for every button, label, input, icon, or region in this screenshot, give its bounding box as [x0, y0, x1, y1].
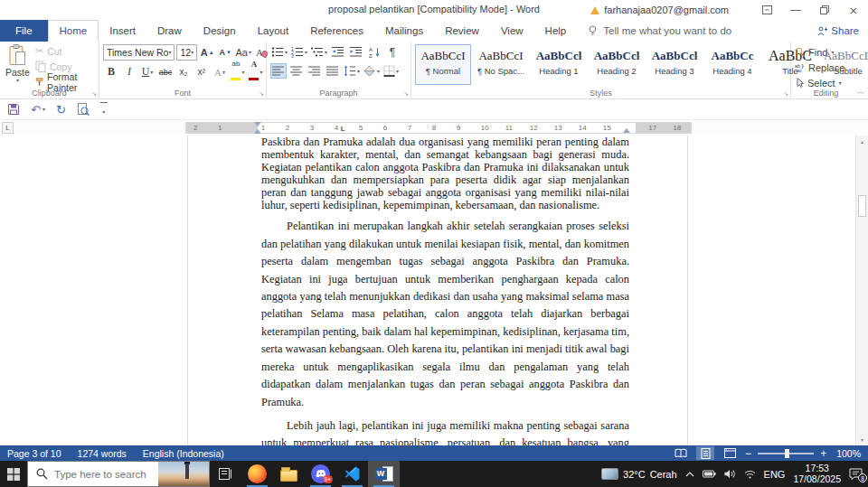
taskbar-search[interactable] — [27, 461, 210, 487]
decrease-indent-button[interactable] — [330, 44, 346, 60]
share-button[interactable]: Share — [817, 20, 859, 42]
action-center-button[interactable]: 8 — [849, 468, 863, 480]
customize-qat-button[interactable]: ▾ — [100, 102, 108, 117]
select-button[interactable]: Select▾ — [795, 76, 857, 89]
tab-insert[interactable]: Insert — [99, 20, 146, 42]
taskbar-file-explorer[interactable] — [273, 461, 305, 487]
print-layout-button[interactable] — [696, 446, 714, 460]
justify-button[interactable] — [325, 63, 341, 79]
tab-review[interactable]: Review — [434, 20, 490, 42]
search-input[interactable] — [54, 469, 152, 480]
tab-file[interactable]: File — [0, 20, 48, 42]
zoom-level[interactable]: 100% — [836, 448, 861, 459]
battery-icon[interactable] — [703, 470, 716, 478]
text-highlight-button[interactable]: ab▾ — [230, 64, 246, 80]
font-color-button[interactable]: A▾ — [248, 64, 264, 80]
minimize-button[interactable]: — — [781, 0, 810, 20]
tab-stop-marker[interactable]: L — [341, 126, 345, 133]
task-view-button[interactable] — [210, 461, 241, 487]
tab-layout[interactable]: Layout — [247, 20, 300, 42]
find-button[interactable]: Find▾ — [795, 45, 857, 59]
shrink-font-button[interactable]: A▼ — [217, 45, 233, 61]
taskbar-firefox[interactable] — [241, 461, 273, 487]
replace-button[interactable]: abac Replace — [795, 61, 857, 74]
input-language-indicator[interactable]: ENG — [764, 469, 786, 480]
print-preview-button[interactable] — [77, 103, 90, 116]
tab-view[interactable]: View — [490, 20, 534, 42]
paragraph[interactable]: Lebih jauh lagi, pelantikan ini juga mem… — [261, 417, 629, 445]
style-heading-1[interactable]: AaBbCcl Heading 1 — [531, 44, 587, 85]
text-effects-button[interactable]: A▾ — [212, 64, 228, 80]
tab-draw[interactable]: Draw — [146, 20, 193, 42]
scrollbar-thumb[interactable] — [858, 195, 866, 217]
multilevel-list-button[interactable]: ▾ — [310, 44, 328, 60]
paragraph-dialog-launcher[interactable]: ↘ — [403, 90, 409, 97]
first-line-indent-marker[interactable] — [254, 122, 261, 126]
tab-design[interactable]: Design — [193, 20, 247, 42]
align-left-button[interactable] — [270, 63, 287, 79]
font-dialog-launcher[interactable]: ↘ — [259, 90, 264, 97]
numbering-button[interactable]: 123▾ — [290, 44, 308, 60]
style-heading-2[interactable]: AaBbCcl Heading 2 — [589, 44, 645, 85]
taskbar-discord[interactable]: 9+ — [305, 461, 336, 487]
zoom-out-button[interactable]: − — [745, 449, 751, 458]
font-size-combobox[interactable]: 12▾ — [176, 44, 197, 61]
align-center-button[interactable] — [288, 63, 305, 79]
vertical-scrollbar[interactable]: ▴ ▾ — [855, 136, 868, 445]
horizontal-ruler[interactable]: 21 L 123456789101112131415 1718 — [185, 122, 692, 134]
style-heading-3[interactable]: AaBbCcl Heading 3 — [646, 44, 703, 85]
undo-button[interactable]: ↶▾ — [31, 103, 45, 117]
clipboard-dialog-launcher[interactable]: ↘ — [91, 90, 97, 97]
increase-indent-button[interactable] — [348, 44, 364, 60]
search-daily-image[interactable] — [158, 462, 209, 486]
strikethrough-button[interactable]: abc — [157, 64, 174, 80]
page-indicator[interactable]: Page 3 of 10 — [7, 448, 61, 459]
style-no-spacing[interactable]: AaBbCcI ¶ No Spac... — [473, 44, 529, 85]
word-count[interactable]: 1274 words — [78, 448, 127, 459]
scroll-down-button[interactable]: ▾ — [856, 434, 868, 445]
bold-button[interactable]: B — [103, 64, 119, 80]
paste-button[interactable]: Paste ▾ — [4, 44, 32, 89]
restore-button[interactable] — [810, 0, 839, 20]
underline-button[interactable]: U▾ — [139, 64, 156, 80]
style-normal[interactable]: AaBbCcI ¶ Normal — [415, 44, 471, 85]
cut-button[interactable]: ✂ Cut — [35, 44, 95, 58]
read-mode-button[interactable] — [672, 446, 690, 460]
format-painter-button[interactable]: Format Painter — [35, 75, 95, 89]
tab-references[interactable]: References — [299, 20, 374, 42]
right-indent-marker[interactable] — [623, 128, 630, 133]
superscript-button[interactable]: x² — [193, 64, 210, 80]
tray-expand-chevron-icon[interactable] — [685, 472, 694, 477]
account-button[interactable]: farhanajaa0207@gmail.com — [590, 5, 729, 15]
show-hide-marks-button[interactable]: ¶ — [384, 44, 401, 60]
line-spacing-button[interactable]: ▾ — [343, 63, 361, 79]
taskbar-vscode[interactable] — [336, 461, 368, 487]
collapse-ribbon-button[interactable]: ︿ — [857, 87, 864, 97]
document-text[interactable]: Paskibra dan Pramuka adalah dua organisa… — [261, 136, 629, 445]
tab-home[interactable]: Home — [48, 20, 99, 42]
sort-button[interactable]: AZ — [366, 44, 382, 60]
align-right-button[interactable] — [307, 63, 323, 79]
tab-mailings[interactable]: Mailings — [374, 20, 434, 42]
zoom-in-button[interactable]: + — [820, 449, 826, 458]
styles-dialog-launcher[interactable]: ↘ — [783, 90, 788, 97]
network-wifi-icon[interactable] — [744, 470, 756, 479]
taskbar-clock[interactable]: 17:53 17/08/2025 — [793, 464, 841, 484]
ribbon-display-options-button[interactable] — [752, 0, 781, 20]
zoom-slider[interactable] — [758, 453, 814, 454]
grow-font-button[interactable]: A▲ — [199, 45, 215, 61]
subscript-button[interactable]: x₂ — [175, 64, 192, 80]
bullets-button[interactable]: ▾ — [270, 44, 288, 60]
style-heading-4[interactable]: AaBbCc Heading 4 — [704, 44, 760, 85]
tab-stop-selector[interactable]: L — [2, 122, 14, 134]
font-name-combobox[interactable]: Times New Ro▾ — [103, 44, 175, 61]
paragraph[interactable]: Pelantikan ini merupakan langkah akhir s… — [261, 218, 629, 410]
tab-help[interactable]: Help — [534, 20, 578, 42]
web-layout-button[interactable] — [721, 446, 739, 460]
scroll-up-button[interactable]: ▴ — [856, 136, 868, 147]
hanging-indent-marker[interactable] — [254, 129, 261, 134]
volume-icon[interactable] — [724, 469, 736, 479]
taskbar-weather-widget[interactable]: 32°C Cerah — [601, 468, 677, 480]
change-case-button[interactable]: Aa▾ — [235, 45, 251, 61]
paragraph[interactable]: Paskibra dan Pramuka adalah dua organisa… — [261, 136, 629, 211]
